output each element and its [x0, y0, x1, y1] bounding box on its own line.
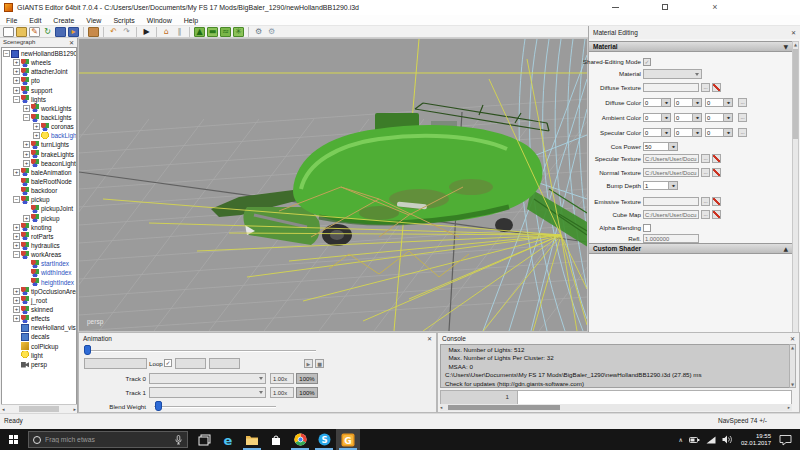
- scenegraph-node-brakeLights[interactable]: +brakeLights: [2, 150, 76, 159]
- console-vscrollbar[interactable]: ▲ ▼: [789, 344, 796, 388]
- spin-buttons-icon[interactable]: ◂▸: [693, 128, 702, 137]
- track0-weight-button[interactable]: 100%: [296, 373, 318, 384]
- scenegraph-node-workAreas[interactable]: −workAreas: [2, 250, 76, 259]
- expand-icon[interactable]: +: [23, 215, 30, 222]
- expand-icon[interactable]: +: [33, 123, 40, 130]
- console-hscrollbar[interactable]: ◂ ▸: [440, 404, 792, 411]
- scroll-thumb[interactable]: [19, 406, 59, 412]
- scroll-left-icon[interactable]: ◂: [440, 405, 442, 410]
- scroll-thumb[interactable]: [448, 405, 560, 410]
- scroll-down-icon[interactable]: ▼: [790, 382, 795, 387]
- cos-power-field[interactable]: 50: [643, 142, 669, 151]
- scenegraph-node-skinned[interactable]: +skinned: [2, 305, 76, 314]
- expand-icon[interactable]: +: [13, 297, 20, 304]
- shared-editing-checkbox[interactable]: ✓: [643, 58, 651, 66]
- material-close-icon[interactable]: ✕: [791, 29, 796, 36]
- terrain-paint-icon[interactable]: ≈: [220, 27, 231, 37]
- clear-texture-icon[interactable]: [712, 154, 721, 163]
- emissive-texture-field[interactable]: [643, 197, 699, 206]
- browse-button[interactable]: ...: [701, 210, 710, 219]
- expand-icon[interactable]: +: [13, 87, 20, 94]
- loop-checkbox[interactable]: ✓: [164, 359, 172, 367]
- diffuse-r-field[interactable]: 0: [643, 98, 662, 107]
- expand-icon[interactable]: +: [13, 224, 20, 231]
- hidden-icons-chevron[interactable]: ∧: [679, 436, 683, 443]
- scroll-thumb[interactable]: [793, 49, 798, 139]
- browse-button[interactable]: ...: [701, 197, 710, 206]
- blend-weight-slider[interactable]: [154, 406, 276, 408]
- minimize-button[interactable]: [600, 0, 630, 14]
- scroll-right-icon[interactable]: ▸: [73, 406, 76, 412]
- track1-speed-dropdown[interactable]: 1.00x: [270, 387, 294, 398]
- open-file-icon[interactable]: [16, 27, 27, 37]
- clear-texture-icon[interactable]: [712, 83, 721, 92]
- paste-icon[interactable]: [88, 27, 99, 37]
- scenegraph-node-widthIndex[interactable]: widthIndex: [2, 268, 76, 277]
- scenegraph-node-attacherJoint[interactable]: +attacherJoint: [2, 67, 76, 76]
- taskbar-clock[interactable]: 19:55 02.01.2017: [741, 433, 771, 447]
- spin-buttons-icon[interactable]: ◂▸: [693, 113, 702, 122]
- cube-map-field[interactable]: C:/Users/User/Docu: [643, 210, 699, 219]
- browse-button[interactable]: ...: [701, 168, 710, 177]
- track1-dropdown[interactable]: [149, 387, 266, 398]
- scenegraph-node-backdoor[interactable]: backdoor: [2, 186, 76, 195]
- clear-texture-icon[interactable]: [712, 168, 721, 177]
- scenegraph-node-support[interactable]: +support: [2, 86, 76, 95]
- track1-weight-button[interactable]: 100%: [296, 387, 318, 398]
- scenegraph-node-pickup[interactable]: −pickup: [2, 195, 76, 204]
- scenegraph-node-pto[interactable]: +pto: [2, 76, 76, 85]
- expand-icon[interactable]: +: [23, 105, 30, 112]
- scroll-up-icon[interactable]: ▲: [790, 345, 795, 350]
- frame-selection-icon[interactable]: ⌂: [161, 27, 172, 37]
- expand-icon[interactable]: +: [23, 141, 30, 148]
- menu-help[interactable]: Help: [178, 17, 204, 24]
- specular-texture-field[interactable]: C:/Users/User/Docu: [643, 154, 699, 163]
- track0-dropdown[interactable]: [149, 373, 266, 384]
- spin-buttons-icon[interactable]: ◂▸: [724, 98, 733, 107]
- save-icon[interactable]: [55, 27, 66, 37]
- terrain-sculpt-icon[interactable]: ▲: [194, 27, 205, 37]
- scenegraph-node-turnLights[interactable]: +turnLights: [2, 140, 76, 149]
- scenegraph-node-light[interactable]: light: [2, 351, 76, 360]
- collapse-icon[interactable]: −: [13, 251, 20, 258]
- refl-field[interactable]: 1.000000: [643, 234, 699, 243]
- scenegraph-node-effects[interactable]: +effects: [2, 314, 76, 323]
- scenegraph-node-workLights[interactable]: +workLights: [2, 104, 76, 113]
- viewport-3d[interactable]: persp: [78, 38, 588, 332]
- spin-buttons-icon[interactable]: ◂▸: [693, 98, 702, 107]
- console-log[interactable]: Max. Number of Lights: 512 Max. Number o…: [440, 344, 792, 388]
- console-close-icon[interactable]: ✕: [790, 335, 795, 342]
- ambient-g-field[interactable]: 0: [674, 113, 693, 122]
- start-button[interactable]: [0, 429, 26, 450]
- scenegraph-node-persp[interactable]: persp: [2, 360, 76, 369]
- material-dropdown[interactable]: [643, 69, 702, 79]
- menu-scripts[interactable]: Scripts: [107, 17, 140, 24]
- new-file-icon[interactable]: [3, 27, 14, 37]
- animation-field[interactable]: [84, 358, 147, 369]
- scenegraph-node-pickupJoint[interactable]: pickupJoint: [2, 204, 76, 213]
- settings-icon[interactable]: ⚙: [253, 27, 264, 37]
- bump-depth-field[interactable]: 1: [643, 181, 669, 190]
- animation-field[interactable]: [209, 358, 240, 369]
- scenegraph-tree[interactable]: −newHollandBB1290+wheels+attacherJoint+p…: [1, 47, 77, 405]
- color-picker-button[interactable]: ...: [738, 128, 747, 137]
- network-icon[interactable]: [706, 436, 716, 444]
- close-button[interactable]: ×: [700, 0, 730, 14]
- material-section-bar[interactable]: Material ▼: [589, 41, 792, 52]
- action-center-icon[interactable]: [779, 434, 792, 446]
- track0-speed-dropdown[interactable]: 1.00x: [270, 373, 294, 384]
- scenegraph-node-decals[interactable]: decals: [2, 332, 76, 341]
- spin-buttons-icon[interactable]: ◂▸: [669, 181, 678, 190]
- scenegraph-node-newHolland_vis[interactable]: newHolland_vis: [2, 323, 76, 332]
- store-icon[interactable]: [264, 429, 288, 450]
- expand-icon[interactable]: +: [13, 77, 20, 84]
- console-input[interactable]: [518, 390, 792, 405]
- menu-view[interactable]: View: [80, 17, 107, 24]
- scenegraph-node-newHollandBB1290[interactable]: −newHollandBB1290: [2, 49, 76, 58]
- spin-buttons-icon[interactable]: ◂▸: [662, 98, 671, 107]
- specular-b-field[interactable]: 0: [705, 128, 724, 137]
- play-icon[interactable]: ▶: [141, 27, 152, 37]
- expand-icon[interactable]: +: [13, 59, 20, 66]
- import-icon[interactable]: ✎: [29, 27, 40, 37]
- ambient-r-field[interactable]: 0: [643, 113, 662, 122]
